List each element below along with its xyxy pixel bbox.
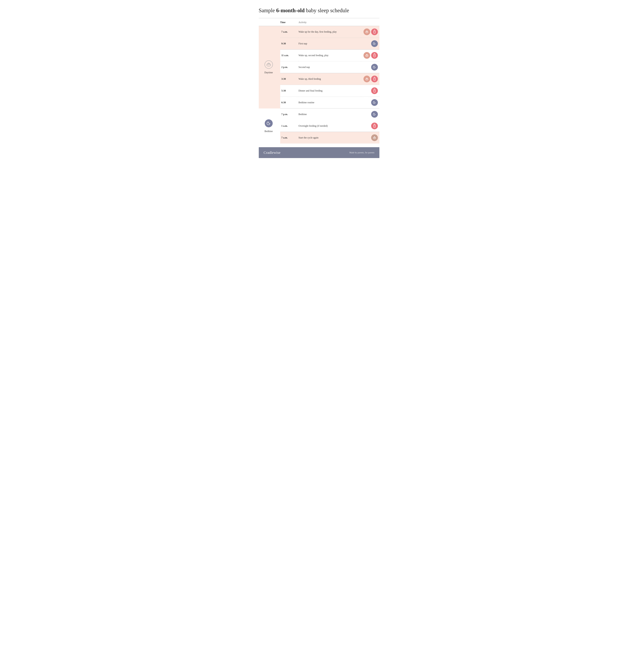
- svg-point-18: [367, 55, 367, 55]
- icons-cell: [361, 85, 380, 97]
- bottle-icon: [371, 29, 378, 35]
- title-suffix: baby sleep schedule: [305, 7, 349, 14]
- time-cell: 11 a.m.: [280, 50, 299, 62]
- schedule-table: Time Activity Daytime 7 a.m.: [259, 18, 380, 143]
- activity-cell: Wake up for the day, first feeding, play: [299, 26, 361, 38]
- baby-icon: [364, 75, 370, 82]
- section-label-daytime: Daytime: [259, 26, 280, 108]
- activity-cell: Wake up, third feeding: [299, 73, 361, 85]
- baby-cycle-icon: [371, 134, 378, 141]
- svg-rect-34: [373, 90, 375, 92]
- moon-icon: [371, 111, 378, 118]
- time-cell: 5:30: [280, 85, 299, 97]
- table-header: Time Activity: [259, 18, 380, 26]
- svg-point-35: [265, 119, 273, 127]
- bottle-icon: [371, 123, 378, 129]
- svg-point-3: [268, 64, 269, 65]
- time-cell: 7 p.m.: [280, 108, 299, 120]
- footer-tagline: Made by parents, for parents: [349, 152, 374, 154]
- header-activity: Activity: [299, 18, 361, 26]
- icons-cell: [361, 50, 380, 62]
- svg-point-16: [367, 54, 367, 54]
- activity-cell: Bedtime routine: [299, 97, 361, 108]
- svg-point-37: [268, 122, 269, 122]
- svg-rect-41: [373, 125, 375, 127]
- icon-group: [363, 52, 378, 59]
- svg-point-4: [269, 64, 270, 65]
- bottle-icon: [371, 52, 378, 59]
- title-bold: 6-month-old: [276, 7, 305, 14]
- title-prefix: Sample: [259, 7, 276, 14]
- bedtime-section-icon: [265, 119, 273, 128]
- time-cell: 7 a.m.: [280, 132, 299, 144]
- section-label-bedtime: Bedtime: [259, 108, 280, 144]
- svg-rect-12: [373, 31, 375, 33]
- activity-cell: Second nap: [299, 62, 361, 73]
- footer-brand: Cradlewise: [264, 151, 281, 155]
- svg-point-7: [366, 31, 367, 32]
- time-cell: 7 a.m.: [280, 26, 299, 38]
- icons-cell: [361, 38, 380, 50]
- moon-icon: [371, 64, 378, 71]
- time-cell: 6:30: [280, 97, 299, 108]
- icons-cell: [361, 108, 380, 120]
- activity-cell: Start the cycle again: [299, 132, 361, 144]
- icons-cell: [361, 26, 380, 38]
- daytime-label: Daytime: [259, 71, 279, 74]
- moon-icon: [371, 99, 378, 106]
- activity-cell: Dinner and final feeding: [299, 85, 361, 97]
- svg-point-44: [374, 137, 374, 138]
- svg-point-36: [268, 123, 268, 123]
- svg-point-17: [366, 55, 367, 55]
- svg-point-25: [366, 79, 367, 79]
- icon-group: [363, 75, 378, 82]
- svg-point-26: [367, 79, 367, 79]
- footer-bar: Cradlewise Made by parents, for parents: [259, 147, 380, 158]
- bottle-icon: [371, 75, 378, 82]
- icons-cell: [361, 97, 380, 108]
- header-icons: [361, 18, 380, 26]
- time-cell: 9:30: [280, 38, 299, 50]
- activity-cell: First nap: [299, 38, 361, 50]
- bedtime-label: Bedtime: [259, 130, 279, 133]
- header-sidebar: [259, 18, 280, 26]
- svg-rect-22: [373, 55, 375, 56]
- icons-cell: [361, 73, 380, 85]
- svg-point-13: [374, 44, 374, 44]
- icons-cell: [361, 120, 380, 132]
- table-row: Bedtime 7 p.m. Bedtime: [259, 108, 380, 120]
- time-cell: 2 p.m.: [280, 62, 299, 73]
- svg-point-8: [367, 31, 367, 32]
- svg-point-0: [265, 61, 273, 69]
- table-row: Daytime 7 a.m. Wake up for the day, firs…: [259, 26, 380, 38]
- page-title: Sample 6-month-old baby sleep schedule: [259, 7, 380, 14]
- moon-icon: [371, 40, 378, 47]
- svg-rect-30: [373, 79, 375, 80]
- icon-group: [363, 29, 378, 35]
- activity-cell: Overnight feeding (if needed): [299, 120, 361, 132]
- time-cell: 3:30: [280, 73, 299, 85]
- time-cell: 1 a.m.: [280, 120, 299, 132]
- baby-icon: [364, 52, 370, 59]
- baby-icon: [364, 29, 370, 35]
- daytime-section-icon: [265, 61, 273, 69]
- icons-cell: [361, 62, 380, 73]
- activity-cell: Bedtime: [299, 108, 361, 120]
- header-time: Time: [280, 18, 299, 26]
- svg-point-45: [375, 137, 375, 138]
- svg-point-24: [367, 78, 367, 78]
- bottle-icon: [371, 87, 378, 94]
- svg-point-6: [367, 31, 367, 31]
- icons-cell: [361, 132, 380, 144]
- activity-cell: Wake up, second feeding, play: [299, 50, 361, 62]
